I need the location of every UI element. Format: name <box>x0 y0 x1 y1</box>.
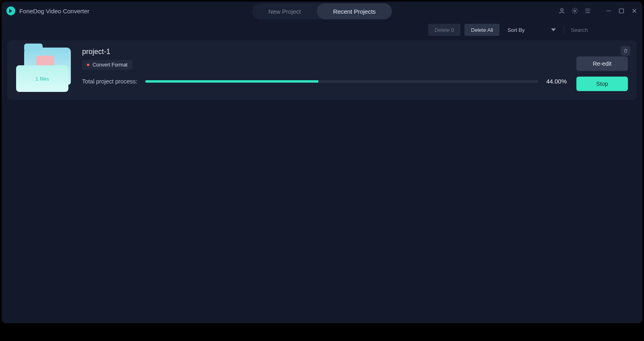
project-type-label: Convert Format <box>93 62 128 68</box>
search-input[interactable] <box>571 27 639 33</box>
delete-all-button[interactable]: Delete All <box>464 24 500 36</box>
app-title: FoneDog Video Converter <box>19 8 89 15</box>
project-actions: Re-edit Stop <box>576 56 628 91</box>
stop-button[interactable]: Stop <box>576 77 628 91</box>
status-dot-icon <box>87 64 89 66</box>
title-bar: FoneDog Video Converter New Project Rece… <box>2 2 642 20</box>
close-icon[interactable] <box>630 7 638 15</box>
title-bar-right <box>558 7 638 15</box>
toolbar-separator <box>564 25 564 34</box>
delete-selected-button[interactable]: Delete 0 <box>428 24 460 36</box>
sort-by-label: Sort By <box>508 27 525 33</box>
svg-point-0 <box>561 8 563 11</box>
project-card: 1 files project-1 Convert Format Total p… <box>7 40 637 100</box>
progress-percent: 44.00% <box>546 78 567 85</box>
main-tabs: New Project Recent Projects <box>252 3 392 19</box>
project-type-tag: Convert Format <box>82 60 132 70</box>
delete-project-button[interactable] <box>621 46 630 56</box>
maximize-icon[interactable] <box>617 7 625 15</box>
reedit-button[interactable]: Re-edit <box>576 56 628 71</box>
menu-icon[interactable] <box>584 7 592 15</box>
sort-by-dropdown[interactable]: Sort By <box>504 24 560 36</box>
progress-label: Total project process: <box>82 78 137 85</box>
chevron-down-icon <box>551 27 556 32</box>
progress-bar <box>145 80 538 83</box>
brand: FoneDog Video Converter <box>6 6 89 15</box>
svg-rect-2 <box>619 9 624 13</box>
project-thumbnail: 1 files <box>16 48 72 92</box>
settings-icon[interactable] <box>571 7 579 15</box>
search-box <box>568 27 637 33</box>
project-info: project-1 Convert Format Total project p… <box>82 48 567 85</box>
toolbar: Delete 0 Delete All Sort By <box>2 22 642 38</box>
project-files-count: 1 files <box>16 65 68 92</box>
svg-point-1 <box>574 10 576 12</box>
app-window: FoneDog Video Converter New Project Rece… <box>2 2 642 323</box>
app-logo-icon <box>6 6 15 15</box>
project-name: project-1 <box>82 48 567 56</box>
minimize-icon[interactable] <box>605 7 613 15</box>
tab-recent-projects[interactable]: Recent Projects <box>317 3 392 19</box>
trash-icon <box>623 48 628 54</box>
progress-row: Total project process: 44.00% <box>82 78 567 85</box>
account-icon[interactable] <box>558 7 566 15</box>
tab-new-project[interactable]: New Project <box>252 3 317 19</box>
content-area: 1 files project-1 Convert Format Total p… <box>2 38 642 323</box>
